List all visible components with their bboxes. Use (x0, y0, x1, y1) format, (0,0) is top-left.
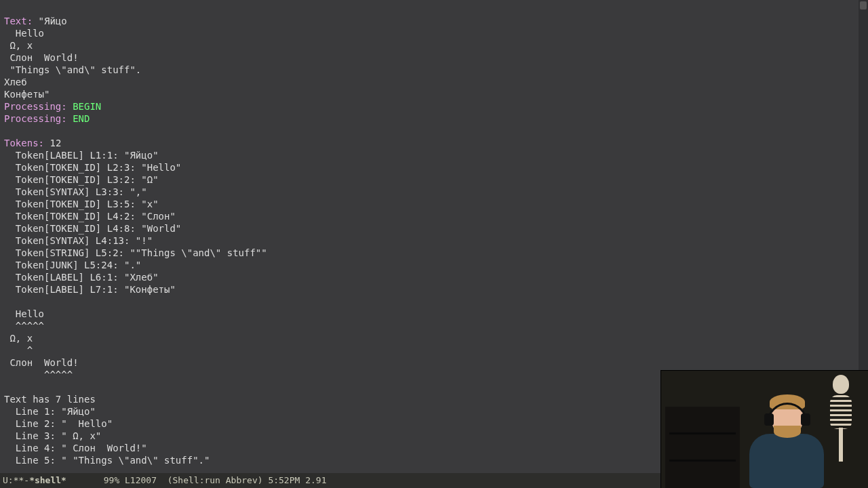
raw-line: "Things \"and\" stuff". (4, 64, 141, 75)
tokens-count: 12 (50, 138, 61, 148)
token-line: Token[SYNTAX] L4:13: "!" (4, 235, 153, 246)
raw-line: Слон World! (4, 52, 79, 63)
token-line: Token[LABEL] L6:1: "Хлеб" (4, 272, 159, 283)
line-entry: Line 2: " Hello" (4, 418, 113, 429)
token-line: Token[LABEL] L7:1: "Конфеты" (4, 284, 176, 295)
modeline-position: 99% L12007 (104, 475, 157, 485)
processing-label: Processing: (4, 101, 67, 112)
token-line: Token[TOKEN_ID] L3:5: "x" (4, 199, 159, 209)
person-icon (736, 386, 837, 488)
processing-begin: BEGIN (73, 101, 101, 112)
processing-end: END (73, 113, 90, 124)
modeline-gap (157, 475, 167, 485)
modeline-time: 5:52PM (263, 475, 300, 485)
modeline-load: 2.91 (300, 475, 326, 485)
caret-line: Ω, x (4, 333, 33, 344)
scrollbar-thumb[interactable] (860, 1, 867, 9)
line-entry: Line 4: " Слон World!" (4, 443, 147, 453)
text-value: "Яйцо (33, 16, 67, 26)
modeline-mode: (Shell:run Abbrev) (167, 475, 263, 485)
text-label: Text: (4, 16, 33, 26)
caret-line: ^^^^^ (4, 321, 44, 331)
raw-line: Hello (4, 28, 44, 39)
line-entry: Line 1: "Яйцо" (4, 406, 96, 417)
modeline-status: U:**- (3, 475, 29, 485)
lines-header: Text has 7 lines (4, 394, 96, 405)
token-line: Token[TOKEN_ID] L2:3: "Hello" (4, 162, 181, 173)
caret-line: ^^^^^ (4, 369, 73, 380)
token-line: Token[TOKEN_ID] L3:2: "Ω" (4, 174, 159, 185)
token-line: Token[TOKEN_ID] L4:2: "Слон" (4, 211, 176, 222)
webcam-overlay (660, 370, 868, 488)
raw-line: Хлеб (4, 77, 27, 87)
token-line: Token[LABEL] L1:1: "Яйцо" (4, 150, 159, 161)
line-entry: Line 3: " Ω, x" (4, 430, 101, 441)
modeline-buffer: *shell* (29, 475, 66, 485)
raw-line: Ω, x (4, 40, 33, 51)
modeline-gap (66, 475, 104, 485)
line-entry: Line 5: " "Things \"and\" stuff"." (4, 455, 210, 466)
token-line: Token[JUNK] L5:24: "." (4, 260, 141, 270)
cabinet-icon (665, 407, 740, 488)
caret-line: Hello (4, 308, 44, 319)
caret-line: ^ (4, 345, 33, 356)
token-line: Token[TOKEN_ID] L4:8: "World" (4, 223, 181, 234)
token-line: Token[STRING] L5:2: ""Things \"and\" stu… (4, 247, 267, 258)
raw-line: Конфеты" (4, 89, 50, 100)
tokens-label: Tokens: (4, 138, 44, 148)
token-line: Token[SYNTAX] L3:3: "," (4, 186, 147, 197)
caret-line: Слон World! (4, 357, 79, 368)
processing-label: Processing: (4, 113, 67, 124)
